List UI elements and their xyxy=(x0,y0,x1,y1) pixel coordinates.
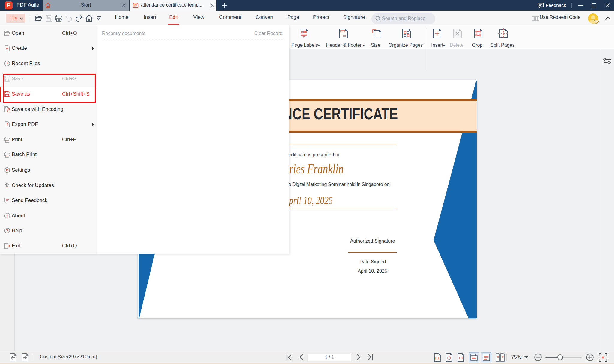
svg-text:#: # xyxy=(301,30,303,34)
svg-text:1:1: 1:1 xyxy=(435,356,440,360)
svg-text:P: P xyxy=(134,4,137,8)
